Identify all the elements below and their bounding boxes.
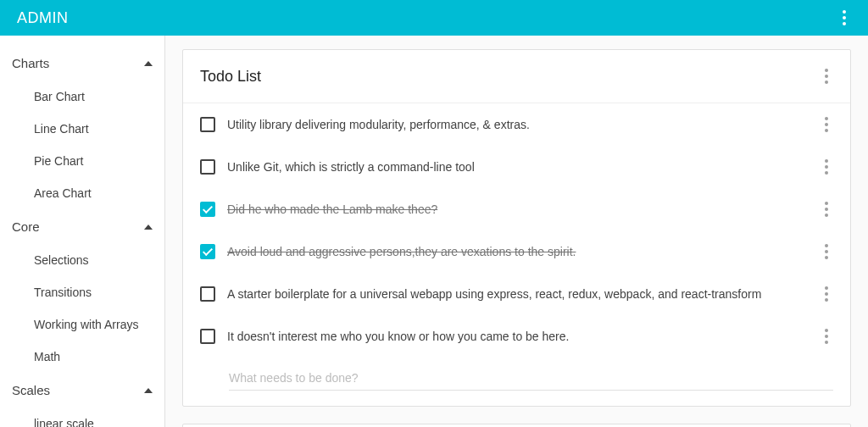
- app-header: ADMIN: [0, 0, 868, 36]
- sidebar-item[interactable]: Area Chart: [0, 177, 164, 209]
- todo-row: Utility library delivering modularity, p…: [183, 103, 850, 146]
- collapse-icon: [144, 61, 153, 66]
- todo-card: Todo List Utility library delivering mod…: [182, 49, 851, 407]
- sidebar-group-label: Scales: [12, 383, 144, 397]
- todo-item-menu-icon[interactable]: [820, 239, 833, 264]
- todo-checkbox[interactable]: [200, 244, 215, 259]
- todo-card-title: Todo List: [200, 68, 820, 86]
- todo-checkbox[interactable]: [200, 202, 215, 217]
- main-container: ChartsBar ChartLine ChartPie ChartArea C…: [0, 36, 868, 427]
- todo-row: Did he who made the Lamb make thee?: [183, 188, 850, 230]
- sidebar-item[interactable]: Pie Chart: [0, 145, 164, 177]
- todo-input-row: [183, 358, 850, 391]
- todo-checkbox[interactable]: [200, 286, 215, 302]
- sidebar-item[interactable]: Math: [0, 341, 164, 373]
- todo-item-menu-icon[interactable]: [820, 154, 833, 180]
- sidebar-item[interactable]: linear scale: [0, 408, 164, 427]
- todo-item-menu-icon[interactable]: [820, 112, 833, 137]
- todo-text: A starter boilerplate for a universal we…: [227, 287, 808, 301]
- todo-text: Utility library delivering modularity, p…: [227, 118, 808, 131]
- todo-checkbox[interactable]: [200, 329, 215, 344]
- sidebar-group-header[interactable]: Scales: [0, 373, 164, 408]
- sidebar-item[interactable]: Transitions: [0, 276, 164, 308]
- main-content: Todo List Utility library delivering mod…: [165, 36, 868, 427]
- todo-text: Did he who made the Lamb make thee?: [227, 202, 808, 216]
- todo-row: It doesn't interest me who you know or h…: [183, 315, 850, 358]
- todo-card-menu-icon[interactable]: [820, 64, 833, 89]
- todo-card-header: Todo List: [183, 50, 850, 103]
- todo-text: It doesn't interest me who you know or h…: [227, 330, 808, 343]
- sidebar-item[interactable]: Line Chart: [0, 113, 164, 145]
- todo-input[interactable]: [229, 366, 833, 391]
- todo-checkbox[interactable]: [200, 159, 215, 175]
- barchart-card: Bar Chart JanFebMarAprMayJunJulAugSepOct…: [182, 424, 851, 427]
- sidebar-group-header[interactable]: Core: [0, 209, 164, 244]
- sidebar-item[interactable]: Working with Arrays: [0, 308, 164, 341]
- sidebar-group-label: Core: [12, 219, 144, 234]
- sidebar-item[interactable]: Selections: [0, 244, 164, 276]
- todo-row: Avoid loud and aggressive persons,they a…: [183, 230, 850, 273]
- header-menu-icon[interactable]: [837, 5, 851, 30]
- todo-card-body: Utility library delivering modularity, p…: [183, 103, 850, 406]
- todo-text: Avoid loud and aggressive persons,they a…: [227, 245, 808, 258]
- sidebar-item[interactable]: Bar Chart: [0, 80, 164, 113]
- collapse-icon: [144, 225, 153, 230]
- sidebar-group-header[interactable]: Charts: [0, 46, 164, 80]
- sidebar-group-label: Charts: [12, 56, 144, 70]
- app-title: ADMIN: [17, 9, 837, 27]
- todo-item-menu-icon[interactable]: [820, 324, 833, 349]
- todo-row: A starter boilerplate for a universal we…: [183, 273, 850, 315]
- sidebar: ChartsBar ChartLine ChartPie ChartArea C…: [0, 36, 165, 427]
- todo-item-menu-icon[interactable]: [820, 197, 833, 222]
- todo-text: Unlike Git, which is strictly a command-…: [227, 160, 808, 174]
- todo-row: Unlike Git, which is strictly a command-…: [183, 146, 850, 188]
- todo-checkbox[interactable]: [200, 117, 215, 132]
- collapse-icon: [144, 388, 153, 393]
- todo-item-menu-icon[interactable]: [820, 281, 833, 307]
